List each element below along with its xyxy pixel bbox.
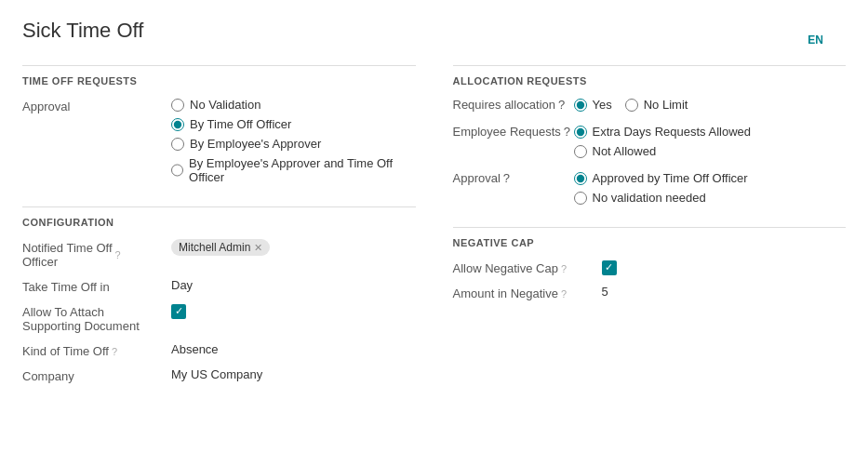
- radio-yes-label: Yes: [593, 98, 612, 112]
- notified-officer-label: Notified Time OffOfficer ?: [22, 239, 171, 269]
- radio-extra-days-label: Extra Days Requests Allowed: [593, 125, 752, 139]
- notified-officer-help-icon[interactable]: ?: [115, 249, 121, 260]
- approval-label: Approval: [22, 98, 171, 113]
- radio-no-validation-label: No Validation: [190, 98, 260, 112]
- approval-radio-group: No Validation By Time Off Officer By Emp…: [171, 98, 416, 184]
- requires-allocation-label: Requires allocation ?: [453, 98, 574, 112]
- radio-no-limit-label: No Limit: [644, 98, 688, 112]
- allow-negative-cap-checkbox[interactable]: ✓: [602, 260, 617, 275]
- kind-of-time-off-label: Kind of Time Off ?: [22, 342, 171, 358]
- notified-officer-value: Mitchell Admin ✕: [171, 239, 416, 256]
- attach-doc-label: Allow To AttachSupporting Document: [22, 303, 171, 333]
- time-off-requests-section-title: TIME OFF REQUESTS: [22, 75, 416, 87]
- amount-negative-help-icon[interactable]: ?: [561, 288, 567, 300]
- company-value: My US Company: [171, 367, 416, 381]
- configuration-section-title: CONFIGURATION: [22, 217, 416, 228]
- radio-by-time-off-officer[interactable]: By Time Off Officer: [171, 117, 416, 131]
- negative-cap-section-title: NEGATIVE CAP: [453, 237, 847, 248]
- take-time-off-label: Take Time Off in: [22, 278, 171, 294]
- radio-no-validation[interactable]: No Validation: [171, 98, 416, 112]
- radio-approved-by-officer[interactable]: Approved by Time Off Officer: [574, 171, 847, 185]
- company-label: Company: [22, 367, 171, 383]
- allocation-approval-radio-group: Approved by Time Off Officer No validati…: [574, 171, 847, 205]
- employee-requests-help-icon[interactable]: ?: [564, 125, 570, 139]
- allocation-approval-help-icon[interactable]: ?: [503, 171, 510, 185]
- allocation-approval-label: Approval ?: [453, 171, 574, 185]
- requires-allocation-help-icon[interactable]: ?: [558, 98, 565, 112]
- mitchell-admin-tag[interactable]: Mitchell Admin ✕: [171, 239, 270, 256]
- amount-negative-value: 5: [602, 285, 847, 299]
- requires-allocation-radio-group: Yes No Limit: [574, 98, 847, 112]
- radio-yes[interactable]: Yes: [574, 98, 612, 112]
- allow-negative-cap-help-icon[interactable]: ?: [561, 263, 567, 274]
- attach-doc-checkbox[interactable]: ✓: [171, 304, 186, 319]
- radio-no-validation-needed-label: No validation needed: [593, 191, 706, 205]
- kind-of-time-off-value: Absence: [171, 342, 416, 356]
- radio-by-time-off-officer-label: By Time Off Officer: [190, 117, 291, 131]
- employee-requests-radio-group: Extra Days Requests Allowed Not Allowed: [574, 125, 847, 158]
- radio-approved-by-officer-label: Approved by Time Off Officer: [593, 171, 748, 185]
- allocation-requests-section-title: ALLOCATION REQUESTS: [453, 75, 847, 87]
- tag-close-icon[interactable]: ✕: [254, 242, 262, 254]
- radio-by-employee-approver[interactable]: By Employee's Approver: [171, 137, 416, 151]
- radio-by-employee-approver-label: By Employee's Approver: [190, 137, 321, 151]
- radio-by-both[interactable]: By Employee's Approver and Time Off Offi…: [171, 156, 416, 184]
- radio-no-validation-needed[interactable]: No validation needed: [574, 191, 847, 205]
- amount-negative-label: Amount in Negative ?: [453, 285, 602, 300]
- attach-doc-value[interactable]: ✓: [171, 303, 416, 319]
- radio-not-allowed-label: Not Allowed: [593, 144, 657, 158]
- allow-negative-cap-label: Allow Negative Cap ?: [453, 260, 602, 275]
- radio-not-allowed[interactable]: Not Allowed: [574, 144, 847, 158]
- page-title: Sick Time Off: [22, 19, 846, 43]
- kind-of-time-off-help-icon[interactable]: ?: [112, 346, 117, 357]
- employee-requests-label: Employee Requests ?: [453, 125, 574, 139]
- radio-extra-days[interactable]: Extra Days Requests Allowed: [574, 125, 847, 139]
- radio-no-limit[interactable]: No Limit: [625, 98, 688, 112]
- allow-negative-cap-value[interactable]: ✓: [602, 260, 847, 275]
- radio-by-both-label: By Employee's Approver and Time Off Offi…: [189, 156, 415, 184]
- take-time-off-value: Day: [171, 278, 416, 292]
- language-badge[interactable]: EN: [808, 33, 823, 47]
